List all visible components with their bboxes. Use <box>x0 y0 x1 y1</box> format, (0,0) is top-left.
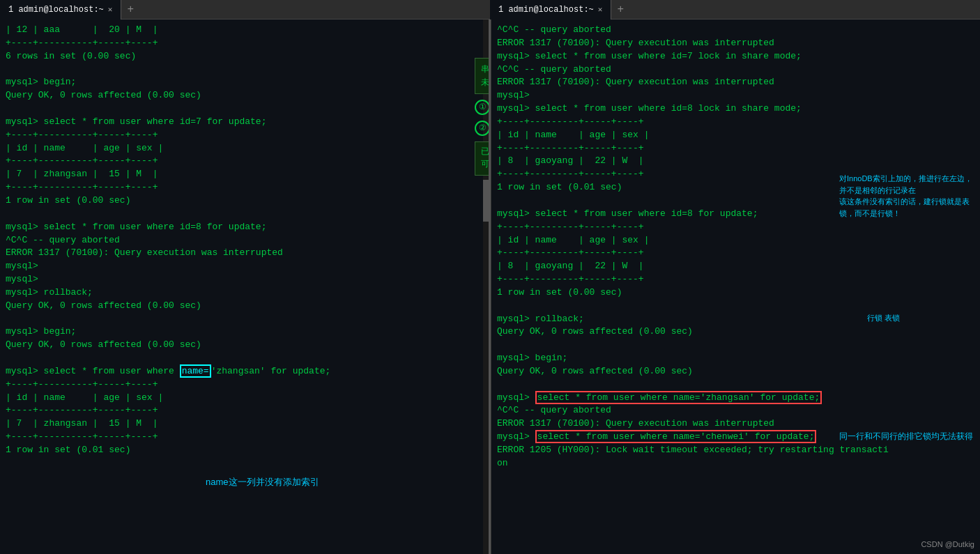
r-line-34: on <box>497 457 974 470</box>
left-scrollbar-thumb[interactable] <box>483 180 489 222</box>
line-7 <box>6 102 483 116</box>
r-line-19: | 8 | gaoyang | 22 | W | <box>497 260 974 273</box>
tab-right-label: 1 admin@localhost:~ <box>498 5 594 15</box>
tab-new-left[interactable]: + <box>121 3 139 16</box>
line-31: | 7 | zhangsan | 15 | M | <box>6 417 483 431</box>
left-terminal-content: | 12 | aaa | 20 | M | +----+----------+-… <box>6 24 483 457</box>
line-24: mysql> begin; <box>6 325 483 339</box>
r-line-31: ERROR 1317 (70100): Query execution was … <box>497 417 974 431</box>
line-20: mysql> <box>6 273 483 286</box>
line-33: 1 row in set (0.01 sec) <box>6 444 483 457</box>
r-line-11: | 8 | gaoyang | 22 | W | <box>497 155 974 168</box>
r-line-6: mysql> <box>497 89 974 102</box>
r-line-30: ^C^C -- query aborted <box>497 404 974 417</box>
r-line-13: 1 row in set (0.01 sec) <box>497 181 974 194</box>
r-line-15: mysql> select * from user where id=8 for… <box>497 208 974 221</box>
r-line-14 <box>497 194 974 208</box>
line-10: | id | name | age | sex | <box>6 142 483 155</box>
r-line-24: Query OK, 0 rows affected (0.00 sec) <box>497 325 974 339</box>
line-21: mysql> rollback; <box>6 286 483 300</box>
line-5: mysql> begin; <box>6 76 483 89</box>
line-26 <box>6 352 483 365</box>
line-22: Query OK, 0 rows affected (0.00 sec) <box>6 300 483 313</box>
r-line-18: +----+---------+-----+----+ <box>497 247 974 260</box>
r-line-17: | id | name | age | sex | <box>497 234 974 247</box>
right-highlight-zhangsan: select * from user where name='zhangsan'… <box>535 391 822 404</box>
r-line-25 <box>497 339 974 352</box>
r-line-3: mysql> select * from user where id=7 loc… <box>497 50 974 63</box>
r-line-28 <box>497 378 974 392</box>
line-1: | 12 | aaa | 20 | M | <box>6 24 483 37</box>
line-25: Query OK, 0 rows affected (0.00 sec) <box>6 339 483 352</box>
line-19: mysql> <box>6 260 483 273</box>
right-terminal[interactable]: ^C^C -- query aborted ERROR 1317 (70100)… <box>491 20 980 554</box>
tab-left[interactable]: 1 admin@localhost:~ ✕ <box>0 0 121 20</box>
line-15 <box>6 208 483 221</box>
r-line-22 <box>497 300 974 313</box>
line-2: +----+----------+-----+----+ <box>6 37 483 50</box>
r-line-10: +----+---------+-----+----+ <box>497 142 974 155</box>
name-highlight: name= <box>180 364 211 378</box>
line-18: ERROR 1317 (70100): Query execution was … <box>6 247 483 260</box>
r-line-33: ERROR 1205 (HY000): Lock wait timeout ex… <box>497 444 974 457</box>
taskbar: 1 admin@localhost:~ ✕ + 1 admin@localhos… <box>0 0 980 20</box>
tab-right-close[interactable]: ✕ <box>598 5 603 14</box>
left-annotation-name: name这一列并没有添加索引 <box>206 476 319 489</box>
line-12: | 7 | zhangsan | 15 | M | <box>6 168 483 181</box>
tab-right[interactable]: 1 admin@localhost:~ ✕ <box>490 0 611 20</box>
r-line-27: Query OK, 0 rows affected (0.00 sec) <box>497 365 974 378</box>
r-line-16: +----+---------+-----+----+ <box>497 221 974 234</box>
tab-left-close[interactable]: ✕ <box>108 5 113 14</box>
left-scrollbar[interactable] <box>483 20 489 554</box>
line-8: mysql> select * from user where id=7 for… <box>6 116 483 129</box>
r-line-23: mysql> rollback; <box>497 313 974 326</box>
main-content: | 12 | aaa | 20 | M | +----+----------+-… <box>0 20 980 554</box>
left-terminal[interactable]: | 12 | aaa | 20 | M | +----+----------+-… <box>0 20 491 554</box>
line-30: +----+----------+-----+----+ <box>6 404 483 417</box>
line-3: 6 rows in set (0.00 sec) <box>6 50 483 63</box>
r-line-29: mysql> select * from user where name='zh… <box>497 392 974 405</box>
right-annotation-1: 同一行和不同行的排它锁均无法获得 <box>839 431 973 443</box>
r-line-1: ^C^C -- query aborted <box>497 24 974 37</box>
line-28: +----+----------+-----+----+ <box>6 378 483 392</box>
line-4 <box>6 63 483 77</box>
line-6: Query OK, 0 rows affected (0.00 sec) <box>6 89 483 102</box>
r-line-7: mysql> select * from user where id=8 loc… <box>497 102 974 116</box>
r-line-8: +----+---------+-----+----+ <box>497 116 974 129</box>
r-line-26: mysql> begin; <box>497 352 974 365</box>
right-terminal-content: ^C^C -- query aborted ERROR 1317 (70100)… <box>497 24 974 470</box>
r-line-9: | id | name | age | sex | <box>497 129 974 142</box>
line-23 <box>6 313 483 326</box>
tab-left-label: 1 admin@localhost:~ <box>8 5 104 15</box>
line-13: +----+----------+-----+----+ <box>6 181 483 194</box>
line-17: ^C^C -- query aborted <box>6 234 483 247</box>
r-line-12: +----+---------+-----+----+ <box>497 168 974 181</box>
r-line-2: ERROR 1317 (70100): Query execution was … <box>497 37 974 50</box>
r-line-20: +----+---------+-----+----+ <box>497 273 974 286</box>
tab-new-right[interactable]: + <box>611 3 629 16</box>
line-29: | id | name | age | sex | <box>6 392 483 405</box>
line-11: +----+----------+-----+----+ <box>6 155 483 168</box>
line-32: +----+----------+-----+----+ <box>6 431 483 444</box>
right-highlight-chenwei: select * from user where name='chenwei' … <box>535 430 817 443</box>
line-16: mysql> select * from user where id=8 for… <box>6 221 483 234</box>
r-line-21: 1 row in set (0.00 sec) <box>497 286 974 300</box>
line-27: mysql> select * from user where name='zh… <box>6 365 483 378</box>
line-14: 1 row in set (0.00 sec) <box>6 194 483 208</box>
line-9: +----+----------+-----+----+ <box>6 129 483 142</box>
watermark: CSDN @Dutkig <box>921 540 974 548</box>
r-line-4: ^C^C -- query aborted <box>497 63 974 77</box>
r-line-5: ERROR 1317 (70100): Query execution was … <box>497 76 974 89</box>
